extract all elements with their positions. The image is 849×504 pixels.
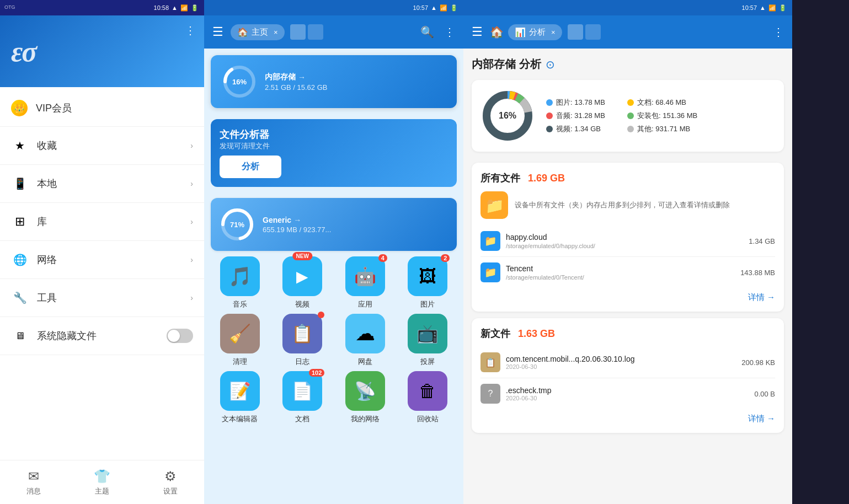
sidebar-item-library[interactable]: ⊞ 库 › <box>0 203 204 241</box>
sidebar-item-label: 本地 <box>37 177 190 190</box>
cloud-label: 网盘 <box>358 357 372 367</box>
file-name-tmp: .escheck.tmp <box>506 386 749 395</box>
right-analysis-tab[interactable]: 📊 分析 × <box>508 24 562 40</box>
legend-packages: 安装包: 151.36 MB <box>627 111 697 121</box>
all-files-folder-icon: 📁 <box>480 191 508 219</box>
file-info-happy: happy.cloud /storage/emulated/0/happy.cl… <box>506 233 743 249</box>
chevron-icon: › <box>190 293 193 302</box>
cast-icon-wrap: 📺 <box>408 314 447 353</box>
legend-grid: 图片: 13.78 MB 文档: 68.46 MB 音频: 31.28 MB 安… <box>546 98 697 134</box>
file-date-tmp: 2020-06-30 <box>506 395 749 401</box>
right-more-options[interactable]: ⋮ <box>770 23 787 41</box>
extra-tabs <box>290 24 323 40</box>
app-cloud[interactable]: ☁ 网盘 <box>336 314 394 367</box>
network-icon: 🌐 <box>11 251 29 269</box>
sidebar-item-hidden-files[interactable]: 🖥 系统隐藏文件 <box>0 317 204 355</box>
storage-section: 16% 内部存储 → 2.51 GB / 15.62 GB <box>211 55 457 114</box>
photos-icon: 🖼 <box>419 266 436 287</box>
my-network-icon-wrap: 📡 <box>345 371 385 411</box>
analyzer-title: 文件分析器 <box>220 128 270 141</box>
legend-audio: 音频: 31.28 MB <box>546 111 616 121</box>
app-music[interactable]: 🎵 音乐 <box>211 256 269 309</box>
main-menu-button[interactable]: ☰ <box>210 22 226 42</box>
file-size-tencent: 143.88 MB <box>740 269 775 277</box>
right-tab-extra-1[interactable] <box>568 24 583 40</box>
main-home-tab[interactable]: 🏠 主页 × <box>231 24 285 40</box>
vip-icon: 👑 <box>11 100 28 116</box>
favorites-icon: ★ <box>11 137 29 154</box>
sidebar-bottom-messages[interactable]: ✉ 消息 <box>26 469 41 496</box>
signal-icon3: 📶 <box>768 4 776 12</box>
app-photos[interactable]: 2 🖼 图片 <box>399 256 457 309</box>
donut-chart-section: 16% 图片: 13.78 MB 文档: 68.46 MB 音频: 31.28 … <box>472 80 784 152</box>
app-log[interactable]: 📋 日志 <box>274 314 332 367</box>
app-clean[interactable]: 🧹 清理 <box>211 314 269 367</box>
file-row-tmp[interactable]: ? .escheck.tmp 2020-06-30 0.00 B <box>480 378 775 409</box>
sidebar-options-button[interactable]: ⋮ <box>185 24 196 37</box>
all-files-details-link[interactable]: 详情 → <box>480 292 775 303</box>
tab-extra-1[interactable] <box>290 24 306 40</box>
clean-icon-wrap: 🧹 <box>220 314 260 353</box>
hidden-files-toggle[interactable] <box>167 329 193 343</box>
trash-icon-wrap: 🗑 <box>408 371 447 411</box>
sidebar-item-vip[interactable]: 👑 VIP会员 <box>0 90 204 127</box>
text-editor-label: 文本编辑器 <box>222 414 258 424</box>
legend-label-packages: 安装包: 151.36 MB <box>637 111 697 121</box>
docs-icon: 📄 <box>291 380 313 401</box>
app-trash[interactable]: 🗑 回收站 <box>399 371 457 424</box>
search-button[interactable]: 🔍 <box>418 23 437 41</box>
library-icon: ⊞ <box>11 213 29 230</box>
more-options-button[interactable]: ⋮ <box>441 23 458 41</box>
video-icon-wrap: NEW ▶ <box>282 256 322 296</box>
sidebar-item-favorites[interactable]: ★ 收藏 › <box>0 127 204 165</box>
photos-label: 图片 <box>420 299 435 309</box>
analysis-refresh-icon[interactable]: ⊙ <box>546 58 555 71</box>
otg-storage-card[interactable]: OTG 71% Generic → 655.19 MB / 923.77... <box>211 198 457 251</box>
chevron-icon: › <box>190 141 193 150</box>
right-tab-extra-2[interactable] <box>585 24 601 40</box>
video-new-badge: NEW <box>293 252 312 260</box>
analysis-header: 内部存储 分析 ⊙ <box>472 57 784 72</box>
messages-icon: ✉ <box>28 469 39 484</box>
app-text-editor[interactable]: 📝 文本编辑器 <box>211 371 269 424</box>
sidebar-item-tools[interactable]: 🔧 工具 › <box>0 279 204 317</box>
app-my-network[interactable]: 📡 我的网络 <box>336 371 394 424</box>
home-tab-close[interactable]: × <box>274 28 278 36</box>
music-icon-wrap: 🎵 <box>220 256 260 296</box>
video-label: 视频 <box>295 299 309 309</box>
app-cast[interactable]: 📺 投屏 <box>399 314 457 367</box>
analyzer-section-wrap: 文件分析器 发现可清理文件 分析 <box>211 119 457 192</box>
sidebar-bottom-theme[interactable]: 👕 主题 <box>94 469 110 496</box>
otg-size: 655.19 MB / 923.77... <box>263 226 448 234</box>
app-docs[interactable]: 102 📄 文档 <box>274 371 332 424</box>
new-files-details-link[interactable]: 详情 → <box>480 414 775 424</box>
sidebar-bottom-settings[interactable]: ⚙ 设置 <box>163 469 178 496</box>
legend-other: 其他: 931.71 MB <box>627 124 697 134</box>
chevron-icon: › <box>190 179 193 188</box>
legend-label-photos: 图片: 13.78 MB <box>556 98 605 108</box>
home-tab-icon: 🏠 <box>237 27 248 37</box>
clean-icon: 🧹 <box>229 323 251 344</box>
file-row-tencent[interactable]: 📁 Tencent /storage/emulated/0/Tencent/ 1… <box>480 257 775 288</box>
file-row-happy-cloud[interactable]: 📁 happy.cloud /storage/emulated/0/happy.… <box>480 226 775 257</box>
sidebar: 10:58 ▲ 📶 🔋 εσ ⋮ 👑 VIP会员 ★ 收藏 › 📱 本地 › ⊞… <box>0 0 204 504</box>
analysis-tab-close[interactable]: × <box>551 28 556 36</box>
otg-circle: 71% <box>220 207 255 242</box>
right-home-icon[interactable]: 🏠 <box>490 25 504 39</box>
app-applications[interactable]: 4 🤖 应用 <box>336 256 394 309</box>
analyze-button[interactable]: 分析 <box>220 156 281 178</box>
sidebar-item-local[interactable]: 📱 本地 › <box>0 165 204 203</box>
analysis-title: 内部存储 分析 <box>472 57 541 72</box>
tab-extra-2[interactable] <box>308 24 323 40</box>
log-file-icon: 📋 <box>480 352 500 372</box>
app-video[interactable]: NEW ▶ 视频 <box>274 256 332 309</box>
unknown-file-icon: ? <box>480 384 500 404</box>
sidebar-item-label: 系统隐藏文件 <box>37 329 167 342</box>
sidebar-item-network[interactable]: 🌐 网络 › <box>0 241 204 279</box>
internal-storage-card[interactable]: 16% 内部存储 → 2.51 GB / 15.62 GB <box>211 55 457 108</box>
settings-icon: ⚙ <box>164 469 177 484</box>
file-row-log[interactable]: 📋 com.tencent.mobil...q.20.06.30.10.log … <box>480 347 775 378</box>
file-info-tencent: Tencent /storage/emulated/0/Tencent/ <box>506 264 735 281</box>
right-menu-button[interactable]: ☰ <box>469 22 485 42</box>
file-name-happy: happy.cloud <box>506 233 743 242</box>
